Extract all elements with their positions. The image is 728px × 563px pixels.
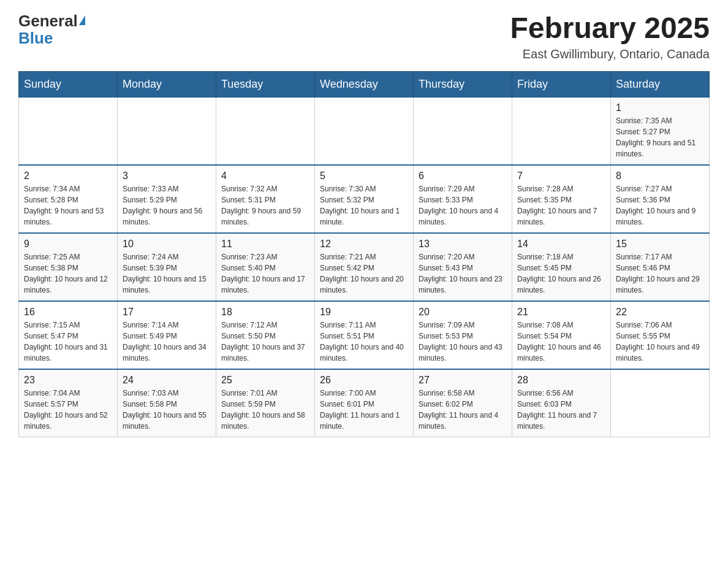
calendar-day-cell: 19Sunrise: 7:11 AMSunset: 5:51 PMDayligh… (315, 301, 414, 369)
day-number: 26 (320, 375, 408, 386)
calendar-day-cell: 18Sunrise: 7:12 AMSunset: 5:50 PMDayligh… (216, 301, 315, 369)
day-info: Sunrise: 7:04 AMSunset: 5:57 PMDaylight:… (24, 388, 112, 432)
col-tuesday: Tuesday (216, 71, 315, 97)
calendar-day-cell: 9Sunrise: 7:25 AMSunset: 5:38 PMDaylight… (19, 233, 118, 301)
day-number: 11 (221, 239, 309, 250)
day-number: 21 (517, 307, 605, 318)
col-sunday: Sunday (19, 71, 118, 97)
calendar-day-cell: 16Sunrise: 7:15 AMSunset: 5:47 PMDayligh… (19, 301, 118, 369)
calendar-week-row: 23Sunrise: 7:04 AMSunset: 5:57 PMDayligh… (19, 369, 710, 437)
month-title: February 2025 (510, 12, 710, 45)
day-number: 27 (419, 375, 507, 386)
day-info: Sunrise: 7:00 AMSunset: 6:01 PMDaylight:… (320, 388, 408, 432)
calendar-day-cell: 5Sunrise: 7:30 AMSunset: 5:32 PMDaylight… (315, 165, 414, 233)
day-number: 1 (616, 102, 704, 113)
day-info: Sunrise: 7:32 AMSunset: 5:31 PMDaylight:… (221, 183, 309, 228)
day-info: Sunrise: 7:15 AMSunset: 5:47 PMDaylight:… (24, 320, 112, 364)
title-block: February 2025 East Gwillimbury, Ontario,… (510, 12, 710, 61)
day-number: 18 (221, 307, 309, 318)
day-number: 2 (24, 170, 112, 182)
calendar-day-cell: 4Sunrise: 7:32 AMSunset: 5:31 PMDaylight… (216, 165, 315, 233)
col-monday: Monday (118, 71, 216, 97)
calendar-day-cell (512, 97, 611, 165)
day-number: 22 (616, 307, 704, 318)
calendar-day-cell: 2Sunrise: 7:34 AMSunset: 5:28 PMDaylight… (19, 165, 118, 233)
day-info: Sunrise: 7:24 AMSunset: 5:39 PMDaylight:… (123, 251, 211, 296)
day-info: Sunrise: 7:18 AMSunset: 5:45 PMDaylight:… (517, 251, 605, 296)
day-info: Sunrise: 7:34 AMSunset: 5:28 PMDaylight:… (24, 183, 112, 228)
calendar-day-cell: 13Sunrise: 7:20 AMSunset: 5:43 PMDayligh… (414, 233, 512, 301)
calendar-day-cell (118, 97, 216, 165)
day-info: Sunrise: 7:23 AMSunset: 5:40 PMDaylight:… (221, 251, 309, 296)
calendar-day-cell: 25Sunrise: 7:01 AMSunset: 5:59 PMDayligh… (216, 369, 315, 437)
day-number: 24 (123, 375, 211, 386)
day-info: Sunrise: 7:20 AMSunset: 5:43 PMDaylight:… (419, 251, 507, 296)
day-number: 5 (320, 170, 408, 182)
calendar-day-cell (315, 97, 414, 165)
location-text: East Gwillimbury, Ontario, Canada (510, 47, 710, 61)
day-info: Sunrise: 7:06 AMSunset: 5:55 PMDaylight:… (616, 320, 704, 364)
day-number: 25 (221, 375, 309, 386)
logo: General Blue (18, 12, 85, 48)
day-number: 4 (221, 170, 309, 182)
calendar-header-row: Sunday Monday Tuesday Wednesday Thursday… (19, 71, 710, 97)
day-number: 7 (517, 170, 605, 182)
calendar-day-cell: 6Sunrise: 7:29 AMSunset: 5:33 PMDaylight… (414, 165, 512, 233)
day-number: 12 (320, 239, 408, 250)
day-number: 6 (419, 170, 507, 182)
logo-triangle-icon (79, 15, 85, 25)
calendar-day-cell (611, 369, 710, 437)
calendar-week-row: 9Sunrise: 7:25 AMSunset: 5:38 PMDaylight… (19, 233, 710, 301)
logo-general-text: General (18, 12, 78, 31)
day-number: 3 (123, 170, 211, 182)
calendar-table: Sunday Monday Tuesday Wednesday Thursday… (18, 71, 710, 437)
day-number: 14 (517, 239, 605, 250)
day-info: Sunrise: 7:11 AMSunset: 5:51 PMDaylight:… (320, 320, 408, 364)
day-number: 8 (616, 170, 704, 182)
day-info: Sunrise: 7:33 AMSunset: 5:29 PMDaylight:… (123, 183, 211, 228)
calendar-day-cell: 17Sunrise: 7:14 AMSunset: 5:49 PMDayligh… (118, 301, 216, 369)
page-header: General Blue February 2025 East Gwillimb… (18, 12, 710, 61)
day-info: Sunrise: 7:14 AMSunset: 5:49 PMDaylight:… (123, 320, 211, 364)
calendar-day-cell (414, 97, 512, 165)
calendar-day-cell: 11Sunrise: 7:23 AMSunset: 5:40 PMDayligh… (216, 233, 315, 301)
calendar-week-row: 2Sunrise: 7:34 AMSunset: 5:28 PMDaylight… (19, 165, 710, 233)
col-saturday: Saturday (611, 71, 710, 97)
calendar-day-cell: 26Sunrise: 7:00 AMSunset: 6:01 PMDayligh… (315, 369, 414, 437)
calendar-day-cell (216, 97, 315, 165)
calendar-day-cell: 14Sunrise: 7:18 AMSunset: 5:45 PMDayligh… (512, 233, 611, 301)
day-info: Sunrise: 6:56 AMSunset: 6:03 PMDaylight:… (517, 388, 605, 432)
day-info: Sunrise: 7:28 AMSunset: 5:35 PMDaylight:… (517, 183, 605, 228)
calendar-day-cell: 15Sunrise: 7:17 AMSunset: 5:46 PMDayligh… (611, 233, 710, 301)
calendar-week-row: 1Sunrise: 7:35 AMSunset: 5:27 PMDaylight… (19, 97, 710, 165)
day-info: Sunrise: 7:12 AMSunset: 5:50 PMDaylight:… (221, 320, 309, 364)
day-number: 10 (123, 239, 211, 250)
calendar-day-cell: 10Sunrise: 7:24 AMSunset: 5:39 PMDayligh… (118, 233, 216, 301)
day-info: Sunrise: 7:01 AMSunset: 5:59 PMDaylight:… (221, 388, 309, 432)
day-info: Sunrise: 7:35 AMSunset: 5:27 PMDaylight:… (616, 115, 704, 159)
col-friday: Friday (512, 71, 611, 97)
calendar-day-cell: 12Sunrise: 7:21 AMSunset: 5:42 PMDayligh… (315, 233, 414, 301)
day-info: Sunrise: 7:09 AMSunset: 5:53 PMDaylight:… (419, 320, 507, 364)
day-info: Sunrise: 7:17 AMSunset: 5:46 PMDaylight:… (616, 251, 704, 296)
day-info: Sunrise: 6:58 AMSunset: 6:02 PMDaylight:… (419, 388, 507, 432)
day-info: Sunrise: 7:29 AMSunset: 5:33 PMDaylight:… (419, 183, 507, 228)
calendar-day-cell: 28Sunrise: 6:56 AMSunset: 6:03 PMDayligh… (512, 369, 611, 437)
col-wednesday: Wednesday (315, 71, 414, 97)
calendar-day-cell: 1Sunrise: 7:35 AMSunset: 5:27 PMDaylight… (611, 97, 710, 165)
calendar-day-cell: 3Sunrise: 7:33 AMSunset: 5:29 PMDaylight… (118, 165, 216, 233)
calendar-day-cell: 20Sunrise: 7:09 AMSunset: 5:53 PMDayligh… (414, 301, 512, 369)
day-number: 17 (123, 307, 211, 318)
calendar-day-cell: 21Sunrise: 7:08 AMSunset: 5:54 PMDayligh… (512, 301, 611, 369)
calendar-week-row: 16Sunrise: 7:15 AMSunset: 5:47 PMDayligh… (19, 301, 710, 369)
day-number: 28 (517, 375, 605, 386)
day-number: 20 (419, 307, 507, 318)
day-number: 15 (616, 239, 704, 250)
col-thursday: Thursday (414, 71, 512, 97)
calendar-day-cell: 7Sunrise: 7:28 AMSunset: 5:35 PMDaylight… (512, 165, 611, 233)
day-info: Sunrise: 7:08 AMSunset: 5:54 PMDaylight:… (517, 320, 605, 364)
day-number: 9 (24, 239, 112, 250)
day-info: Sunrise: 7:21 AMSunset: 5:42 PMDaylight:… (320, 251, 408, 296)
day-number: 16 (24, 307, 112, 318)
calendar-day-cell (19, 97, 118, 165)
